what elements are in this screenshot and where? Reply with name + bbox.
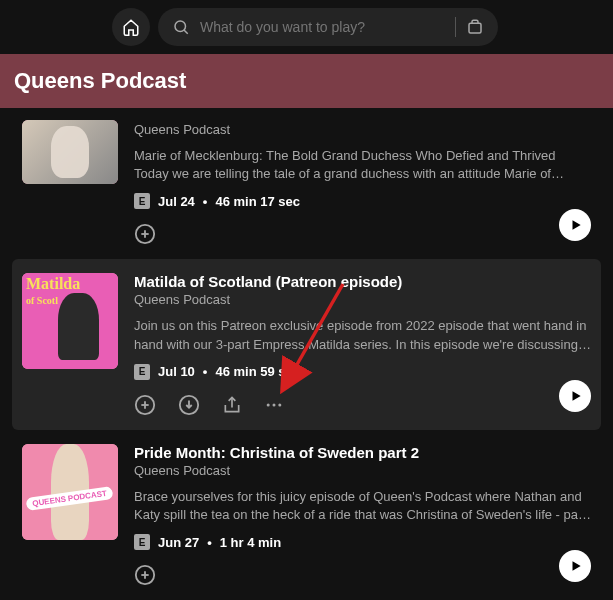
browse-icon[interactable] [466, 18, 484, 36]
svg-rect-2 [469, 23, 481, 33]
episode-description: Join us on this Patreon exclusive episod… [134, 317, 591, 353]
episode-date: Jul 10 [158, 364, 195, 379]
share-button[interactable] [222, 395, 242, 415]
svg-point-14 [273, 403, 276, 406]
search-icon [172, 18, 190, 36]
more-button[interactable] [264, 395, 284, 415]
episode-artwork[interactable]: QUEENS PODCAST [22, 444, 118, 540]
add-button[interactable] [134, 223, 156, 245]
home-button[interactable] [112, 8, 150, 46]
explicit-badge: E [134, 193, 150, 209]
divider [455, 17, 456, 37]
title-banner: Queens Podcast [0, 54, 613, 108]
download-icon [178, 394, 200, 416]
svg-marker-6 [573, 221, 581, 230]
episode-artwork[interactable] [22, 120, 118, 184]
episode-list: Queens Podcast Marie of Mecklenburg: The… [0, 108, 613, 600]
episode-row[interactable]: QUEENS PODCAST Pride Month: Christina of… [12, 430, 601, 600]
episode-duration: 46 min 59 sec [215, 364, 300, 379]
episode-artwork[interactable]: Matildaof Scotl [22, 273, 118, 369]
episode-show: Queens Podcast [134, 292, 591, 307]
episode-description: Marie of Mecklenburg: The Bold Grand Duc… [134, 147, 591, 183]
explicit-badge: E [134, 534, 150, 550]
download-button[interactable] [178, 394, 200, 416]
play-button[interactable] [559, 380, 591, 412]
play-icon [569, 559, 583, 573]
more-icon [264, 395, 284, 415]
episode-description: Brace yourselves for this juicy episode … [134, 488, 591, 524]
add-button[interactable] [134, 394, 156, 416]
share-icon [222, 395, 242, 415]
episode-show: Queens Podcast [134, 122, 591, 137]
svg-point-15 [278, 403, 281, 406]
episode-row[interactable]: Queens Podcast Marie of Mecklenburg: The… [12, 108, 601, 259]
episode-title: Matilda of Scotland (Patreon episode) [134, 273, 591, 290]
home-icon [122, 18, 140, 36]
search-input[interactable] [200, 19, 445, 35]
episode-row[interactable]: Matildaof Scotl Matilda of Scotland (Pat… [12, 259, 601, 429]
episode-date: Jun 27 [158, 535, 199, 550]
svg-point-13 [267, 403, 270, 406]
svg-point-0 [175, 21, 186, 32]
svg-marker-16 [573, 391, 581, 400]
episode-title: Pride Month: Christina of Sweden part 2 [134, 444, 591, 461]
episode-show: Queens Podcast [134, 463, 591, 478]
add-button[interactable] [134, 564, 156, 586]
top-bar [0, 0, 613, 54]
plus-circle-icon [134, 564, 156, 586]
svg-line-1 [184, 30, 188, 34]
plus-circle-icon [134, 394, 156, 416]
svg-marker-20 [573, 561, 581, 570]
play-icon [569, 389, 583, 403]
search-bar[interactable] [158, 8, 498, 46]
episode-meta: E Jul 24 • 46 min 17 sec [134, 193, 591, 209]
episode-meta: E Jun 27 • 1 hr 4 min [134, 534, 591, 550]
explicit-badge: E [134, 364, 150, 380]
plus-circle-icon [134, 223, 156, 245]
episode-date: Jul 24 [158, 194, 195, 209]
episode-meta: E Jul 10 • 46 min 59 sec [134, 364, 591, 380]
episode-duration: 1 hr 4 min [220, 535, 281, 550]
page-title: Queens Podcast [14, 68, 599, 94]
play-icon [569, 218, 583, 232]
episode-duration: 46 min 17 sec [215, 194, 300, 209]
play-button[interactable] [559, 550, 591, 582]
